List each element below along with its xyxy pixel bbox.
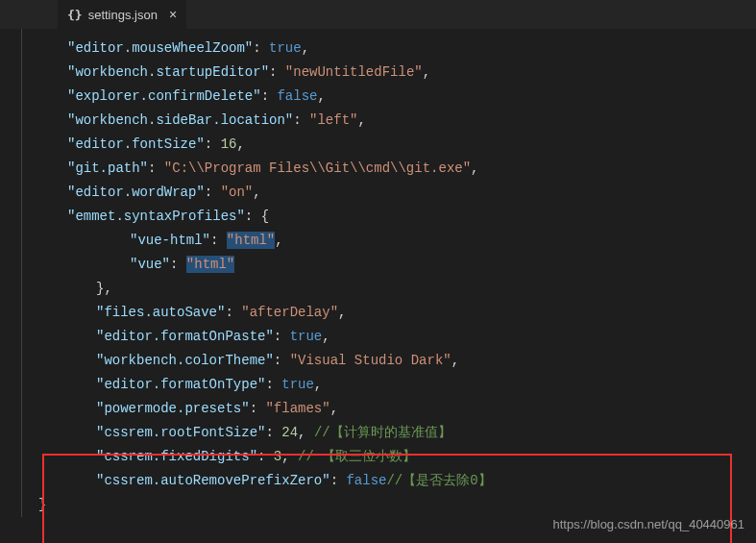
token-bool: false xyxy=(277,88,317,104)
token-num: 16 xyxy=(221,136,237,152)
token-key: "workbench.colorTheme" xyxy=(96,353,274,368)
token-key: "editor.wordWrap" xyxy=(67,185,205,200)
token-punc: : xyxy=(148,160,164,176)
tab-bar: {} settings.json × xyxy=(0,0,756,29)
token-key: "explorer.confirmDelete" xyxy=(67,88,261,104)
token-punc: : xyxy=(274,329,290,344)
token-str: "Visual Studio Dark" xyxy=(290,353,451,368)
token-punc: : xyxy=(269,64,285,80)
token-key: "emmet.syntaxProfiles" xyxy=(67,209,245,224)
token-key: "cssrem.fixedDigits" xyxy=(96,449,257,464)
token-str-hl: "html" xyxy=(186,256,234,273)
code-line[interactable]: "vue": "html" xyxy=(38,253,756,277)
token-key: "git.path" xyxy=(67,160,148,176)
token-punc: , xyxy=(302,40,309,56)
token-punc: , xyxy=(338,305,346,320)
code-line[interactable]: } xyxy=(38,493,756,517)
token-num: 3 xyxy=(274,449,281,464)
token-punc: : xyxy=(265,425,281,440)
token-bool: true xyxy=(290,329,323,344)
token-key: "cssrem.rootFontSize" xyxy=(96,425,265,440)
tab-settings-json[interactable]: {} settings.json × xyxy=(58,0,186,29)
token-comment: //【是否去除0】 xyxy=(386,473,491,488)
code-line[interactable]: "workbench.sideBar.location": "left", xyxy=(38,109,756,133)
token-str: "C:\\Program Files\\Git\\cmd\\git.exe" xyxy=(164,160,471,176)
code-line[interactable]: "cssrem.autoRemovePrefixZero": false//【是… xyxy=(38,469,756,493)
token-key: "editor.formatOnPaste" xyxy=(96,329,274,344)
code-line[interactable]: "editor.fontSize": 16, xyxy=(38,133,756,157)
code-line[interactable]: "powermode.presets": "flames", xyxy=(38,397,756,421)
code-line[interactable]: "emmet.syntaxProfiles": { xyxy=(38,205,756,229)
token-bool: false xyxy=(346,473,386,488)
code-line[interactable]: "editor.formatOnPaste": true, xyxy=(38,325,756,349)
token-comment: // 【取三位小数】 xyxy=(298,449,416,464)
token-punc: : xyxy=(250,401,266,416)
token-punc: : xyxy=(205,185,221,200)
code-line[interactable]: "editor.wordWrap": "on", xyxy=(38,181,756,205)
token-punc: , xyxy=(451,353,459,368)
code-content[interactable]: "editor.mouseWheelZoom": true,"workbench… xyxy=(0,37,756,517)
gutter xyxy=(0,29,19,517)
token-str: "flames" xyxy=(265,401,329,416)
token-punc: }, xyxy=(96,281,112,296)
code-line[interactable]: "vue-html": "html", xyxy=(38,229,756,253)
token-punc: : xyxy=(257,449,274,464)
code-line[interactable]: "cssrem.fixedDigits": 3, // 【取三位小数】 xyxy=(38,445,756,469)
token-key: "cssrem.autoRemovePrefixZero" xyxy=(96,473,330,488)
token-punc: : xyxy=(330,473,347,488)
token-punc: , xyxy=(322,329,329,344)
token-punc: , xyxy=(236,136,244,152)
token-punc: : { xyxy=(245,209,269,224)
token-punc: : xyxy=(225,305,241,320)
token-punc: , xyxy=(314,377,322,392)
json-file-icon: {} xyxy=(67,8,83,22)
indent-guide xyxy=(21,29,33,517)
token-key: "editor.mouseWheelZoom" xyxy=(67,40,253,56)
token-punc: , xyxy=(471,160,478,176)
token-punc: : xyxy=(210,233,227,248)
token-punc: : xyxy=(261,88,278,104)
token-punc: , xyxy=(253,185,260,200)
token-key: "workbench.startupEditor" xyxy=(67,64,269,80)
token-str: "left" xyxy=(309,112,357,128)
code-line[interactable]: "files.autoSave": "afterDelay", xyxy=(38,301,756,325)
token-key: "workbench.sideBar.location" xyxy=(67,112,293,128)
token-punc: : xyxy=(205,136,221,152)
token-key: "editor.formatOnType" xyxy=(96,377,265,392)
token-punc: , xyxy=(317,88,325,104)
code-line[interactable]: "git.path": "C:\\Program Files\\Git\\cmd… xyxy=(38,157,756,181)
token-str: "afterDelay" xyxy=(241,305,338,320)
code-line[interactable]: "explorer.confirmDelete": false, xyxy=(38,85,756,109)
token-punc: : xyxy=(293,112,309,128)
token-punc: , xyxy=(330,401,338,416)
token-bool: true xyxy=(269,40,302,56)
token-key: "vue" xyxy=(130,257,170,272)
code-line[interactable]: "workbench.colorTheme": "Visual Studio D… xyxy=(38,349,756,373)
token-punc: , xyxy=(275,233,282,248)
close-icon[interactable]: × xyxy=(169,7,177,22)
token-str: "newUntitledFile" xyxy=(285,64,423,80)
token-punc: , xyxy=(281,449,298,464)
token-bool: true xyxy=(281,377,314,392)
code-line[interactable]: "cssrem.rootFontSize": 24, //【计算时的基准值】 xyxy=(38,421,756,445)
code-line[interactable]: "editor.mouseWheelZoom": true, xyxy=(38,37,756,61)
token-str-hl: "html" xyxy=(227,232,275,249)
token-punc: , xyxy=(298,425,314,440)
code-line[interactable]: "workbench.startupEditor": "newUntitledF… xyxy=(38,61,756,85)
watermark: https://blog.csdn.net/qq_40440961 xyxy=(553,517,745,531)
editor-area[interactable]: "editor.mouseWheelZoom": true,"workbench… xyxy=(0,29,756,517)
token-key: "editor.fontSize" xyxy=(67,136,205,152)
token-punc: : xyxy=(265,377,281,392)
token-punc: , xyxy=(357,112,365,128)
token-comment: //【计算时的基准值】 xyxy=(314,425,451,440)
code-line[interactable]: }, xyxy=(38,277,756,301)
code-line[interactable]: "editor.formatOnType": true, xyxy=(38,373,756,397)
token-key: "vue-html" xyxy=(130,233,210,248)
token-key: "powermode.presets" xyxy=(96,401,250,416)
token-str: "on" xyxy=(221,185,254,200)
token-punc: : xyxy=(170,257,186,272)
token-punc: , xyxy=(423,64,430,80)
tab-filename: settings.json xyxy=(88,8,158,22)
token-punc: : xyxy=(274,353,290,368)
token-punc: } xyxy=(38,497,46,512)
